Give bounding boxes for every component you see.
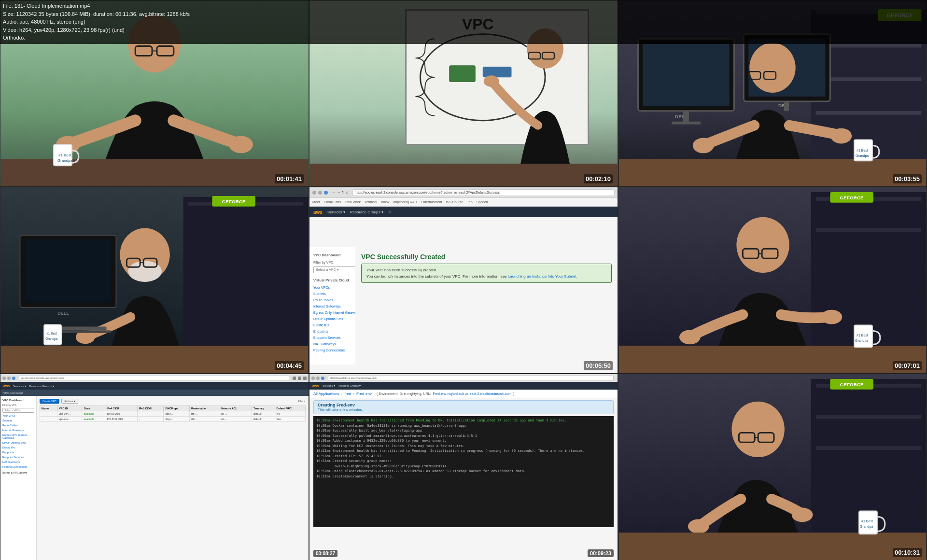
- eb-creating-title: Creating Fred-env: [318, 403, 355, 407]
- svg-text:Grandpa: Grandpa: [856, 154, 869, 158]
- browser-dot-1: [312, 191, 316, 195]
- svg-text:#1 Best: #1 Best: [861, 519, 873, 523]
- timestamp-9: 00:10:31: [893, 548, 922, 557]
- eb-dot2: [316, 377, 320, 380]
- log-line-8: 10:53am Created EIP: 52.15.43.92: [316, 454, 611, 459]
- log-line-5: 10:59am Added instance i-0452ec329ebb50d…: [316, 438, 611, 444]
- breadcrumb-fred[interactable]: fred: [344, 392, 351, 396]
- vd-resource-groups[interactable]: Resource Groups ▾: [29, 384, 54, 388]
- svg-text:#1 Best: #1 Best: [857, 149, 868, 152]
- browser-bar: ← → ↻ ⌂ https://vpc-us-east-2.console.aw…: [309, 187, 618, 198]
- svg-point-76: [679, 330, 701, 344]
- nav-services[interactable]: Services ▾: [327, 210, 345, 214]
- svg-text:DELL: DELL: [57, 311, 69, 316]
- vd-vpc-select[interactable]: Select a VPC ▾: [2, 408, 34, 413]
- meta-bar: File: 131- Cloud Implementation.mp4 Size…: [0, 0, 927, 44]
- eb-nav: aws Services ▾ Resource Groups ▾: [309, 382, 618, 390]
- bookmarks-bar: Meet Gmail Labs Total Work Terminal Inbo…: [309, 198, 618, 207]
- eb-creating-sub: This will take a few minutes.: [318, 407, 609, 412]
- vd-dot2: [7, 377, 11, 380]
- svg-point-94: [792, 508, 813, 522]
- browser-nav: ← → ↻ ⌂: [332, 190, 349, 195]
- vd-icon1: [293, 377, 296, 380]
- eb-url[interactable]: elasticbeanstalk.us-east-2.amazonaws.com: [328, 376, 614, 380]
- svg-rect-36: [784, 101, 789, 111]
- log-line-2: 10:59am Docker container 0a4ee38181e is …: [316, 423, 611, 429]
- vd-endpoint-svc[interactable]: Endpoint Services: [0, 455, 36, 460]
- breadcrumb-url-link[interactable]: Fred-env-nujhth3asit-us-east-2.elasticbe…: [433, 392, 511, 395]
- vpc-main-content: VPC Successfully Created Your VPC has be…: [355, 247, 618, 364]
- log-line-7: 10:53am Environment health has transitio…: [316, 448, 611, 454]
- log-line-11: 10:52am Using elasticbeanstalk-us-east-2…: [316, 469, 611, 474]
- vd-services[interactable]: Services ▾: [13, 384, 26, 388]
- th-vpc-id: VPC ID: [57, 406, 82, 411]
- breadcrumb-all-apps[interactable]: All Applications: [313, 392, 339, 396]
- svg-point-72: [736, 217, 789, 273]
- vd-url[interactable]: vpc.us-east-2.console.aws.amazon.com: [19, 376, 289, 380]
- td-dhcp-2: dopt-...: [164, 417, 190, 422]
- timestamp-8b: 00:08:27: [313, 550, 337, 557]
- vd-actions-btn[interactable]: Actions ▾: [61, 399, 78, 404]
- vd-peering[interactable]: Peering Connections: [0, 464, 36, 469]
- eb-dot1: [311, 377, 315, 380]
- vd-nat-gw[interactable]: NAT Gateways: [0, 460, 36, 464]
- nav-more[interactable]: ☆: [388, 210, 392, 214]
- vd-elastic-ips[interactable]: Elastic IPs: [0, 445, 36, 450]
- vpc-launch-link[interactable]: Launching an Instance Into Your Subnet.: [508, 274, 577, 279]
- vd-egress-gw[interactable]: Egress Only Internet Gateways: [0, 433, 36, 440]
- vd-subnav-item: VPC Dashboard: [3, 392, 23, 394]
- person-desk-2: DELL #1 Best: [0, 187, 309, 373]
- vd-create-vpc-btn[interactable]: Create VPC: [40, 399, 59, 404]
- svg-text:GEFORCE: GEFORCE: [840, 195, 864, 200]
- vd-dot3: [12, 377, 15, 380]
- meta-line-4: Video: h264, yuv420p, 1280x720, 23.98 fp…: [3, 26, 924, 34]
- bookmark-speech: Speech: [477, 200, 488, 204]
- nav-resource-groups[interactable]: Resource Groups ▾: [350, 210, 383, 214]
- timestamp-6: 00:07:01: [893, 361, 922, 370]
- breadcrumb-fred-env[interactable]: Fred-env: [356, 392, 372, 396]
- breadcrumb-sep-1: ›: [341, 392, 343, 396]
- vd-filter-label: Filter by VPC:: [0, 403, 36, 407]
- person-speaking-3: #1 Best Grandpa GEFORCE: [618, 374, 927, 560]
- meta-line-5: Orthodox: [3, 34, 924, 42]
- bookmark-entertainment: Entertainment: [421, 200, 442, 204]
- td-route-1: rtb-...: [190, 411, 219, 417]
- svg-rect-16: [483, 67, 512, 77]
- svg-point-6: [229, 136, 253, 154]
- log-line-12: 10:52am createEnvironment is starting.: [316, 474, 611, 479]
- svg-rect-15: [449, 65, 476, 82]
- svg-point-77: [821, 310, 842, 324]
- th-state: State: [82, 406, 105, 411]
- eb-dot3: [321, 377, 324, 380]
- vpc-select[interactable]: Select a VPC ▾: [313, 266, 361, 273]
- meta-line-2: Size: 1120342 35 bytes (106.84 MiB), dur…: [3, 10, 924, 18]
- bookmark-gmail: Gmail Labs: [324, 200, 341, 204]
- svg-point-43: [830, 128, 852, 144]
- svg-text:#1 Best: #1 Best: [857, 334, 868, 337]
- td-ipv6-1: -: [137, 411, 164, 417]
- vd-internet-gw[interactable]: Internet Gateways: [0, 428, 36, 433]
- vd-your-vpcs[interactable]: Your VPCs: [0, 413, 36, 418]
- timestamp-8: 00:09:23: [588, 549, 614, 557]
- th-tenancy: Tenancy: [252, 406, 275, 411]
- vd-route-tables[interactable]: Route Tables: [0, 423, 36, 428]
- vd-browser-bar: vpc.us-east-2.console.aws.amazon.com: [0, 374, 309, 382]
- vd-dhcp[interactable]: DHCP Options Sets: [0, 440, 36, 445]
- vd-endpoints[interactable]: Endpoints: [0, 450, 36, 455]
- td-tenancy-1: default: [252, 411, 275, 417]
- td-default-2: Yes: [275, 417, 305, 422]
- vpc-success-msg: Your VPC has been successfully created.: [366, 268, 606, 272]
- vd-subnets[interactable]: Subnets: [0, 418, 36, 423]
- svg-rect-62: [1, 346, 309, 373]
- svg-text:Grandpa: Grandpa: [860, 525, 873, 529]
- svg-rect-71: [816, 228, 922, 232]
- svg-point-42: [693, 138, 714, 154]
- url-bar[interactable]: https://vpc-us-east-2.console.aws.amazon…: [352, 189, 615, 196]
- td-vpc-id-1: vpc-0a4...: [57, 411, 82, 417]
- eb-nav-services[interactable]: Services ▾: [323, 384, 335, 387]
- vd-btn-row: [293, 377, 307, 380]
- th-ipv4: IPv4 CIDR: [105, 406, 137, 411]
- vd-filter-bar: Create VPC Actions ▾ Filter ▾: [40, 399, 306, 404]
- svg-rect-29: [643, 44, 729, 106]
- eb-nav-rg[interactable]: Resource Groups ▾: [338, 384, 361, 387]
